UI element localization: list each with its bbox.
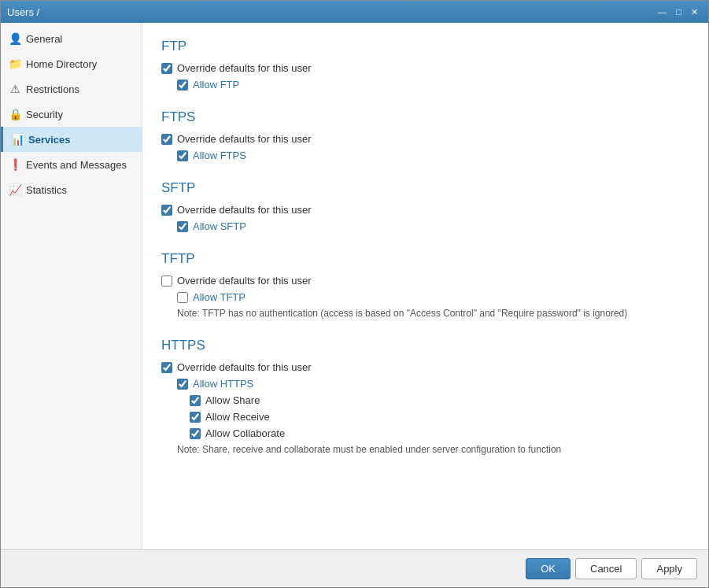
warning-icon: ⚠ (9, 83, 21, 95)
sidebar-item-label-services: Services (28, 134, 71, 146)
allow-label-https: Allow HTTPS (193, 378, 253, 390)
maximize-button[interactable]: □ (672, 6, 685, 18)
override-checkbox-sftp[interactable] (161, 205, 172, 216)
override-row-ftp: Override defaults for this user (161, 62, 689, 74)
allow-label-sftp: Allow SFTP (193, 220, 246, 232)
section-tftp: TFTPOverride defaults for this userAllow… (161, 251, 689, 319)
window-title: Users / (7, 6, 39, 18)
sub-label-https-1: Allow Receive (205, 411, 270, 423)
apply-button[interactable]: Apply (641, 558, 697, 579)
note-https: Note: Share, receive and collaborate mus… (177, 444, 689, 455)
section-ftp: FTPOverride defaults for this userAllow … (161, 39, 689, 91)
person-icon: 👤 (9, 32, 21, 45)
section-sftp: SFTPOverride defaults for this userAllow… (161, 180, 689, 232)
override-row-sftp: Override defaults for this user (161, 204, 689, 216)
sub-label-https-2: Allow Collaborate (205, 427, 285, 439)
sidebar-item-label-general: General (26, 33, 62, 45)
sub-checkbox-https-1[interactable] (190, 412, 201, 423)
override-row-ftps: Override defaults for this user (161, 133, 689, 145)
folder-icon: 📁 (9, 57, 21, 70)
sidebar-item-security[interactable]: 🔒Security (1, 102, 142, 127)
sidebar-item-label-statistics: Statistics (26, 184, 67, 196)
sidebar: 👤General📁Home Directory⚠Restrictions🔒Sec… (1, 23, 142, 549)
section-title-tftp: TFTP (161, 251, 689, 267)
sidebar-item-services[interactable]: 📊Services (1, 127, 142, 152)
override-checkbox-ftp[interactable] (161, 63, 172, 74)
section-title-ftps: FTPS (161, 109, 689, 125)
allow-checkbox-sftp[interactable] (177, 221, 188, 232)
content-area: FTPOverride defaults for this userAllow … (142, 23, 708, 549)
override-row-https: Override defaults for this user (161, 361, 689, 373)
allow-checkbox-tftp[interactable] (177, 292, 188, 303)
sidebar-item-label-home-directory: Home Directory (26, 58, 97, 70)
sidebar-item-home-directory[interactable]: 📁Home Directory (1, 51, 142, 76)
footer: OK Cancel Apply (1, 549, 708, 587)
bar-chart-icon: 📈 (9, 183, 21, 196)
override-label-ftp: Override defaults for this user (177, 62, 312, 74)
minimize-button[interactable]: — (654, 6, 670, 18)
sub-label-https-0: Allow Share (205, 394, 260, 406)
section-title-ftp: FTP (161, 39, 689, 54)
ok-button[interactable]: OK (526, 558, 571, 579)
lock-icon: 🔒 (9, 108, 21, 120)
cancel-button[interactable]: Cancel (575, 558, 637, 579)
sidebar-item-general[interactable]: 👤General (1, 26, 142, 51)
section-https: HTTPSOverride defaults for this userAllo… (161, 338, 689, 455)
exclaim-icon: ❗ (9, 158, 21, 171)
override-label-sftp: Override defaults for this user (177, 204, 312, 216)
allow-row-sftp: Allow SFTP (177, 220, 689, 232)
sidebar-item-label-security: Security (26, 109, 63, 120)
override-label-https: Override defaults for this user (177, 361, 312, 373)
sub-option-row-https-0: Allow Share (190, 394, 689, 406)
sidebar-item-restrictions[interactable]: ⚠Restrictions (1, 76, 142, 102)
override-checkbox-ftps[interactable] (161, 134, 172, 145)
close-button[interactable]: ✕ (687, 6, 702, 18)
sub-checkbox-https-0[interactable] (190, 395, 201, 406)
override-checkbox-tftp[interactable] (161, 276, 172, 287)
allow-checkbox-ftps[interactable] (177, 150, 188, 161)
override-label-ftps: Override defaults for this user (177, 133, 312, 145)
allow-row-ftps: Allow FTPS (177, 150, 689, 161)
allow-row-https: Allow HTTPS (177, 378, 689, 390)
override-label-tftp: Override defaults for this user (177, 275, 312, 287)
sub-option-row-https-1: Allow Receive (190, 411, 689, 423)
title-bar: Users / — □ ✕ (1, 1, 708, 23)
sidebar-item-statistics[interactable]: 📈Statistics (1, 177, 142, 202)
sidebar-item-label-restrictions: Restrictions (26, 83, 79, 95)
section-title-https: HTTPS (161, 338, 689, 353)
override-row-tftp: Override defaults for this user (161, 275, 689, 287)
sidebar-item-label-events-messages: Events and Messages (26, 159, 127, 171)
section-title-sftp: SFTP (161, 180, 689, 196)
note-tftp: Note: TFTP has no authentication (access… (177, 308, 689, 319)
main-window: Users / — □ ✕ 👤General📁Home Directory⚠Re… (0, 0, 709, 588)
allow-label-ftp: Allow FTP (193, 79, 239, 91)
allow-checkbox-https[interactable] (177, 379, 188, 390)
allow-row-ftp: Allow FTP (177, 79, 689, 91)
override-checkbox-https[interactable] (161, 362, 172, 373)
allow-label-tftp: Allow TFTP (193, 291, 246, 303)
sub-option-row-https-2: Allow Collaborate (190, 427, 689, 439)
window-controls: — □ ✕ (654, 6, 702, 18)
allow-checkbox-ftp[interactable] (177, 80, 188, 91)
sub-checkbox-https-2[interactable] (190, 428, 201, 439)
sidebar-item-events-messages[interactable]: ❗Events and Messages (1, 152, 142, 177)
chart-icon: 📊 (11, 133, 24, 146)
main-content: 👤General📁Home Directory⚠Restrictions🔒Sec… (1, 23, 708, 549)
section-ftps: FTPSOverride defaults for this userAllow… (161, 109, 689, 161)
allow-label-ftps: Allow FTPS (193, 150, 246, 161)
allow-row-tftp: Allow TFTP (177, 291, 689, 303)
